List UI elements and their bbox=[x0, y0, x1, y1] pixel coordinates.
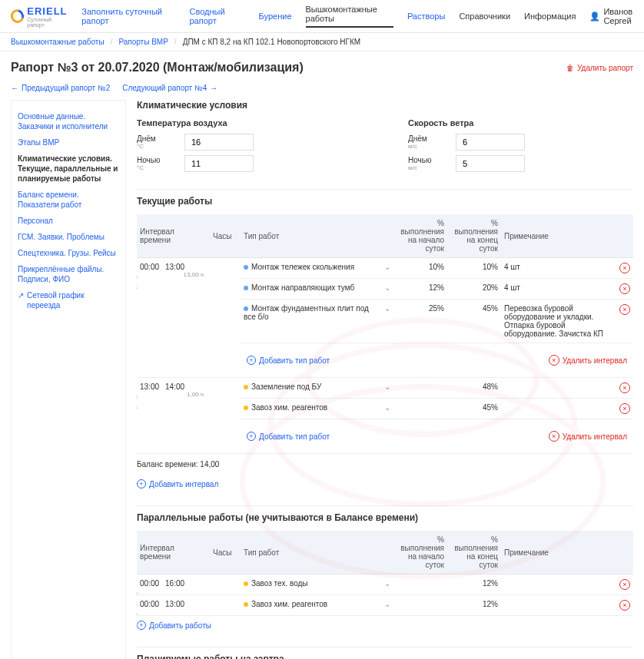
table-row: ↑↓ 00:0013:00 13,00 ч Монтаж тележек ско… bbox=[137, 258, 633, 279]
delete-row-button[interactable]: × bbox=[619, 579, 630, 590]
temp-day-input[interactable] bbox=[184, 134, 254, 151]
plus-icon: + bbox=[247, 432, 256, 441]
nav-rig[interactable]: Вышкомонтажные работы bbox=[306, 5, 393, 28]
logo: ERIELL Суточный рапорт bbox=[11, 5, 68, 28]
temp-night-label: Ночью°C bbox=[137, 156, 175, 171]
chevron-down-icon[interactable]: ⌄ bbox=[384, 263, 390, 271]
brand-name: ERIELL bbox=[27, 5, 68, 17]
parallel-works-table: Интервал времени Часы Тип работ % выполн… bbox=[137, 531, 633, 616]
chevron-down-icon[interactable]: ⌄ bbox=[384, 403, 390, 412]
delete-interval-button[interactable]: ×Удалить интервал bbox=[549, 427, 627, 445]
arrow-up-icon: ↑ bbox=[135, 393, 139, 401]
table-row: ↑↓ 13:0014:00 1,00 ч Заземление под БУ ⌄… bbox=[137, 378, 633, 399]
status-dot bbox=[244, 286, 248, 290]
arrow-left-icon: ← bbox=[11, 84, 18, 92]
nav-drilling[interactable]: Бурение bbox=[259, 12, 292, 21]
parallel-title: Параллельные работы (не учитываются в Ба… bbox=[137, 512, 633, 523]
climate-title: Климатические условия bbox=[137, 100, 633, 111]
sidebar-item-equip[interactable]: Спецтехника. Грузы. Рейсы bbox=[18, 245, 119, 261]
arrow-right-icon: → bbox=[210, 84, 217, 92]
chevron-down-icon[interactable]: ⌄ bbox=[384, 283, 390, 292]
balance-label: Баланс времени: 14,00 bbox=[137, 454, 633, 475]
add-parallel-button[interactable]: +Добавить работы bbox=[137, 616, 211, 634]
delete-row-button[interactable]: × bbox=[619, 600, 630, 611]
user-menu[interactable]: 👤Иванов Сергей bbox=[589, 7, 633, 25]
status-dot bbox=[244, 265, 248, 270]
arrow-up-icon: ↑ bbox=[135, 273, 139, 281]
add-type-button[interactable]: +Добавить тип работ bbox=[247, 427, 330, 445]
add-interval-button[interactable]: +Добавить интервал bbox=[137, 475, 218, 493]
sidebar-item-personnel[interactable]: Персонал bbox=[18, 213, 119, 229]
delete-row-button[interactable]: × bbox=[619, 403, 630, 414]
bc-1[interactable]: Вышкомонтажные работы bbox=[11, 38, 105, 46]
nav-info[interactable]: Информация bbox=[524, 12, 576, 21]
logo-icon bbox=[8, 7, 27, 25]
table-row: ↑↓ 00:0016:00 Завоз тех. воды ⌄ 12% × bbox=[137, 575, 633, 595]
add-type-button[interactable]: +Добавить тип работ bbox=[247, 351, 330, 369]
next-report-link[interactable]: Следующий рапорт №4→ bbox=[122, 84, 217, 92]
arrow-down-icon: ↓ bbox=[135, 402, 139, 410]
status-dot bbox=[244, 385, 248, 389]
delete-report-button[interactable]: 🗑Удалить рапорт bbox=[566, 64, 633, 72]
sidebar: Основные данные. Заказчики и исполнители… bbox=[11, 100, 126, 659]
wind-night-input[interactable] bbox=[456, 155, 525, 172]
delete-row-button[interactable]: × bbox=[619, 283, 630, 294]
arrow-down-icon: ↓ bbox=[135, 283, 139, 290]
sidebar-item-climate[interactable]: Климатические условия. Текущие, параллел… bbox=[18, 151, 119, 187]
breadcrumb: Вышкомонтажные работы / Рапорты ВМР / ДП… bbox=[0, 33, 644, 51]
wind-title: Скорость ветра bbox=[408, 118, 633, 127]
chevron-down-icon[interactable]: ⌄ bbox=[384, 304, 390, 313]
nav-fill-report[interactable]: Заполнить суточный рапорт bbox=[81, 7, 175, 25]
temp-day-label: Днём°C bbox=[137, 134, 175, 150]
wind-night-label: Ночьюм/с bbox=[408, 156, 446, 171]
status-dot bbox=[244, 602, 248, 607]
user-icon: 👤 bbox=[589, 12, 600, 22]
col-pct-start: % выполнения на начало суток bbox=[393, 214, 447, 258]
temp-night-input[interactable] bbox=[184, 155, 254, 172]
delete-row-button[interactable]: × bbox=[619, 382, 630, 393]
nav-summary[interactable]: Сводный рапорт bbox=[189, 7, 244, 25]
chevron-down-icon[interactable]: ⌄ bbox=[384, 382, 390, 391]
sidebar-item-files[interactable]: Прикреплённые файлы. Подписи, ФИО bbox=[18, 261, 119, 287]
reorder-handle[interactable]: ↑↓ bbox=[135, 611, 139, 628]
sidebar-item-schedule[interactable]: ↗Сетевой график переезда bbox=[18, 287, 119, 313]
brand-sub: Суточный рапорт bbox=[27, 17, 68, 28]
col-hours: Часы bbox=[210, 214, 241, 258]
col-interval: Интервал времени bbox=[137, 214, 210, 258]
wind-day-input[interactable] bbox=[456, 134, 525, 151]
col-type: Тип работ bbox=[241, 214, 381, 258]
page-title: Рапорт №3 от 20.07.2020 (Монтаж/мобилиза… bbox=[11, 61, 304, 75]
external-icon: ↗ bbox=[18, 290, 24, 310]
bc-3: ДПМ с КП 8,2 на КП 102.1 Новопортовского… bbox=[183, 38, 360, 46]
current-works-table: Интервал времени Часы Тип работ % выполн… bbox=[137, 214, 633, 454]
col-pct-end: % выполнения на конец суток bbox=[447, 214, 501, 258]
sidebar-item-main[interactable]: Основные данные. Заказчики и исполнители bbox=[18, 108, 119, 134]
bc-2[interactable]: Рапорты ВМР bbox=[118, 38, 168, 46]
arrow-down-icon: ↓ bbox=[135, 620, 139, 628]
prev-report-link[interactable]: ←Предыдущий рапорт №2 bbox=[11, 84, 110, 92]
delete-row-button[interactable]: × bbox=[619, 304, 630, 315]
plus-icon: + bbox=[247, 356, 256, 365]
sidebar-item-stages[interactable]: Этапы ВМР bbox=[18, 134, 119, 151]
status-dot bbox=[244, 406, 248, 410]
close-icon: × bbox=[549, 355, 559, 366]
col-note: Примечание bbox=[501, 214, 616, 258]
reorder-handle[interactable]: ↑↓ bbox=[135, 393, 139, 410]
arrow-up-icon: ↑ bbox=[135, 611, 139, 618]
temp-title: Температура воздуха bbox=[137, 118, 362, 127]
chevron-down-icon[interactable]: ⌄ bbox=[384, 600, 390, 608]
plus-icon: + bbox=[137, 479, 146, 488]
nav-fluids[interactable]: Растворы bbox=[407, 12, 446, 21]
trash-icon: 🗑 bbox=[566, 64, 574, 72]
table-row: ↑↓ 00:0013:00 Завоз хим. реагентов ⌄ 12%… bbox=[137, 595, 633, 616]
delete-interval-button[interactable]: ×Удалить интервал bbox=[549, 351, 627, 369]
delete-row-button[interactable]: × bbox=[619, 263, 630, 273]
sidebar-item-fuel[interactable]: ГСМ. Заявки. Проблемы bbox=[18, 229, 119, 245]
sidebar-item-balance[interactable]: Баланс времени. Показатели работ bbox=[18, 187, 119, 213]
status-dot bbox=[244, 581, 248, 586]
chevron-down-icon[interactable]: ⌄ bbox=[384, 579, 390, 588]
nav-refs[interactable]: Справочники bbox=[459, 12, 510, 21]
reorder-handle[interactable]: ↑↓ bbox=[135, 273, 139, 290]
status-dot bbox=[244, 306, 248, 311]
wind-day-label: Днёмм/с bbox=[408, 134, 446, 150]
